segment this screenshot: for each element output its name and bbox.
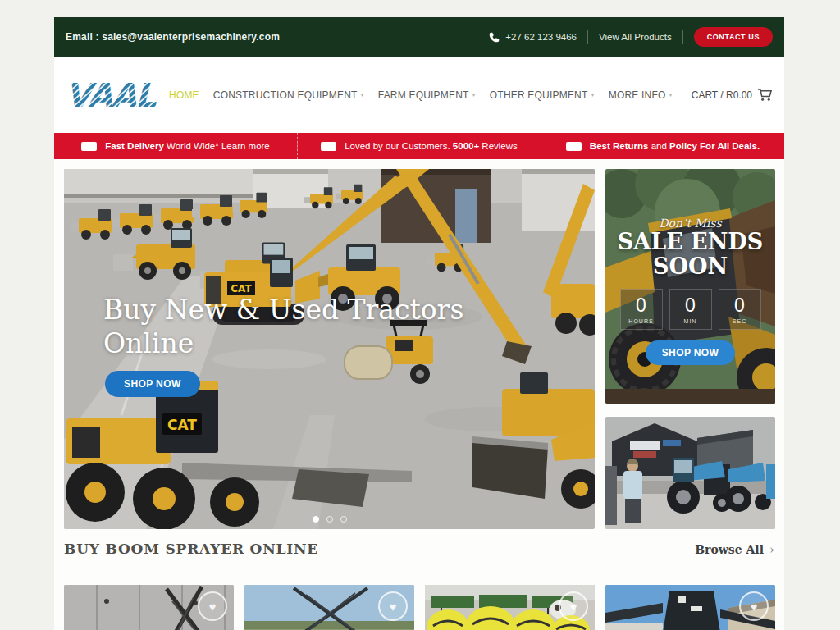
product-card-row: ♥ ♥ — [64, 585, 775, 630]
separator — [587, 30, 588, 44]
reviews-link: Reviews — [482, 141, 517, 151]
wishlist-button[interactable]: ♥ — [739, 591, 769, 621]
countdown-value: 0 — [734, 294, 745, 317]
product-card-2[interactable]: ♥ — [244, 585, 414, 630]
product-card-4[interactable]: ♥ — [605, 585, 775, 630]
separator — [682, 30, 683, 44]
nav-label: CONSTRUCTION EQUIPMENT — [213, 89, 358, 101]
countdown-label: HOURS — [628, 318, 653, 324]
promo-returns: Best Returns and Policy For All Deals. — [541, 133, 784, 159]
returns-icon — [566, 142, 582, 151]
svg-text:CAT: CAT — [231, 283, 252, 294]
chevron-down-icon: ▾ — [361, 91, 364, 98]
sale-title-line1: SALE ENDS — [618, 230, 764, 254]
countdown-minutes: 0 MIN — [669, 289, 712, 330]
promo-reviews: Loved by our Customers. 5000+ Reviews — [297, 133, 541, 159]
sale-banner[interactable]: Don’t Miss SALE ENDS SOON 0 HOURS 0 MIN … — [605, 169, 775, 404]
countdown: 0 HOURS 0 MIN 0 SEC — [620, 289, 761, 330]
product-card-3[interactable]: ♥ — [425, 585, 595, 630]
chevron-down-icon: ▾ — [472, 91, 476, 98]
heart-icon: ♥ — [390, 600, 397, 613]
nav-construction-equipment[interactable]: CONSTRUCTION EQUIPMENT ▾ — [213, 89, 364, 101]
heart-icon: ♥ — [209, 600, 217, 613]
delivery-truck-icon — [81, 142, 97, 151]
sale-title-line2: SOON — [618, 254, 764, 279]
product-card-1[interactable]: ♥ — [64, 585, 234, 630]
phone-icon — [489, 32, 500, 43]
section-heading: BUY BOOM SPRAYER ONLINE — [64, 541, 318, 557]
topbar: Email : sales@vaalenterprisemachinery.co… — [54, 17, 784, 57]
cart-label: CART / R0.00 — [692, 89, 752, 101]
promo-fast-delivery: Fast Delivery World Wide* Learn more — [54, 133, 297, 159]
promo-normal: Loved by our Customers. — [345, 141, 450, 151]
carousel-dots — [64, 516, 595, 523]
promo-text: Fast Delivery World Wide* Learn more — [105, 141, 270, 151]
nav-label: FARM EQUIPMENT — [378, 89, 469, 101]
promo-bold: Policy For All Deals. — [669, 141, 760, 151]
chevron-down-icon: ▾ — [591, 91, 594, 98]
hero-title: Buy New & Used Tractors Online — [103, 294, 464, 361]
heart-icon: ♥ — [570, 600, 578, 613]
nav-home[interactable]: HOME — [169, 89, 199, 101]
countdown-label: SEC — [733, 318, 746, 324]
contact-us-button[interactable]: CONTACT US — [694, 27, 773, 47]
phone-number: +27 62 123 9466 — [505, 32, 577, 42]
browse-all-link[interactable]: Browse All › — [695, 542, 774, 557]
email-text: Email : sales@vaalenterprisemachinery.co… — [66, 31, 280, 43]
topbar-right: +27 62 123 9466 View All Products CONTAC… — [489, 27, 773, 47]
countdown-value: 0 — [636, 294, 646, 317]
promo-bold: 5000+ — [453, 141, 479, 151]
wishlist-button[interactable]: ♥ — [378, 591, 408, 621]
hero-carousel[interactable]: CAT — [64, 169, 595, 529]
nav-other-equipment[interactable]: OTHER EQUIPMENT ▾ — [490, 89, 595, 101]
countdown-seconds: 0 SEC — [719, 289, 761, 330]
vaal-logo[interactable]: VAAL — [66, 73, 169, 117]
promo-bold: Best Returns — [590, 141, 649, 151]
view-all-products-link[interactable]: View All Products — [599, 32, 672, 42]
site-header: VAAL HOME CONSTRUCTION EQUIPMENT ▾ FARM … — [54, 57, 784, 133]
carousel-dot-2[interactable] — [326, 516, 333, 523]
nav-label: MORE INFO — [609, 89, 666, 101]
sale-overlay: Don’t Miss SALE ENDS SOON 0 HOURS 0 MIN … — [605, 169, 775, 404]
sale-shop-now-button[interactable]: SHOP NOW — [646, 340, 736, 365]
hero-shop-now-button[interactable]: SHOP NOW — [105, 371, 200, 397]
wishlist-button[interactable]: ♥ — [559, 591, 588, 621]
carousel-dot-3[interactable] — [340, 516, 347, 523]
main-content: CAT — [54, 159, 784, 630]
sale-tagline: Don’t Miss — [659, 217, 721, 230]
nav-more-info[interactable]: MORE INFO ▾ — [609, 89, 673, 101]
promo-text: Loved by our Customers. 5000+ Reviews — [345, 141, 518, 151]
carousel-dot-1[interactable] — [313, 516, 319, 523]
countdown-label: MIN — [684, 318, 697, 324]
countdown-value: 0 — [685, 294, 696, 317]
cart-link[interactable]: CART / R0.00 — [692, 88, 773, 102]
sale-title: SALE ENDS SOON — [618, 230, 764, 279]
promo-bold: Fast Delivery — [105, 141, 164, 151]
chevron-down-icon: ▾ — [669, 91, 673, 98]
nav-label: OTHER EQUIPMENT — [490, 89, 588, 101]
dealer-banner-image — [605, 417, 775, 529]
promo-text: Best Returns and Policy For All Deals. — [590, 141, 760, 151]
svg-text:CAT: CAT — [167, 417, 197, 433]
heart-icon: ♥ — [751, 600, 758, 613]
dealer-banner[interactable] — [605, 417, 775, 529]
promo-normal: and — [651, 141, 667, 151]
nav-home-label: HOME — [169, 89, 199, 101]
chevron-right-icon: › — [769, 542, 774, 557]
customers-icon — [321, 142, 336, 151]
learn-more-link[interactable]: Learn more — [221, 141, 270, 151]
cart-icon — [757, 88, 773, 102]
main-nav: HOME CONSTRUCTION EQUIPMENT ▾ FARM EQUIP… — [169, 88, 773, 102]
section-header: BUY BOOM SPRAYER ONLINE Browse All › — [64, 536, 774, 564]
logo-text: VAAL — [66, 75, 157, 113]
promo-banner: Fast Delivery World Wide* Learn more Lov… — [54, 133, 784, 159]
browse-all-label: Browse All — [695, 543, 764, 556]
promo-normal: World Wide* — [167, 141, 219, 151]
countdown-hours: 0 HOURS — [620, 289, 663, 330]
wishlist-button[interactable]: ♥ — [198, 591, 227, 621]
nav-farm-equipment[interactable]: FARM EQUIPMENT ▾ — [378, 89, 476, 101]
